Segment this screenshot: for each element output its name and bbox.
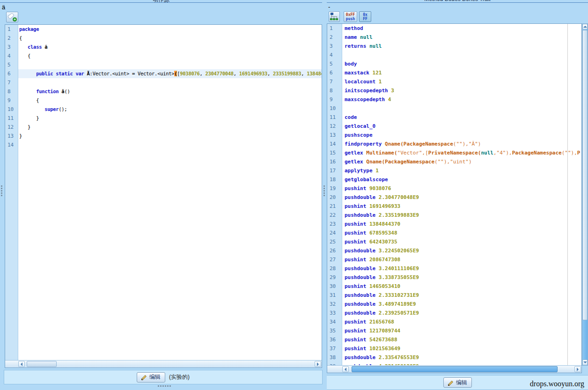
code-line[interactable]: 17applytype 1 — [327, 166, 581, 175]
code-line[interactable]: 39pushdouble 4.221459128E9 — [327, 362, 581, 365]
code-text: pushint 1691496933 — [342, 202, 581, 211]
code-line[interactable]: 3 class ã — [5, 43, 322, 52]
code-line[interactable]: 19pushint 9038076 — [327, 184, 581, 193]
right-vertical-scrollbar[interactable] — [582, 23, 588, 366]
line-number: 5 — [327, 59, 342, 68]
code-line[interactable]: 10 — [327, 104, 581, 113]
code-line[interactable]: 7localcount 1 — [327, 77, 581, 86]
right-hscroll-thumb[interactable] — [352, 366, 558, 372]
code-line[interactable]: 13} — [5, 132, 322, 140]
code-line[interactable]: 7 — [5, 78, 322, 87]
code-text: method — [342, 24, 581, 33]
hex-ff-button[interactable]: 0x FF — [359, 11, 371, 22]
left-panel-header: 动作源 — [0, 0, 322, 3]
code-line[interactable]: 13pushscope — [327, 131, 581, 140]
edit-pcode-button[interactable]: 编辑 — [443, 377, 472, 388]
code-line[interactable]: 24pushint 678595348 — [327, 228, 581, 237]
code-text: maxscopedepth 4 — [342, 95, 581, 104]
code-line[interactable]: 3returns null — [327, 42, 581, 51]
code-line[interactable]: 29pushdouble 3.338735055E9 — [327, 273, 581, 282]
code-line[interactable]: 38pushdouble 2.335476553E9 — [327, 353, 581, 362]
left-edge-splitter[interactable] — [1, 185, 2, 196]
vscroll-thumb[interactable] — [582, 30, 588, 320]
code-line[interactable]: 34pushint 21656768 — [327, 317, 581, 326]
line-number: 4 — [327, 51, 342, 59]
code-line[interactable]: 26pushdouble 3.224502065E9 — [327, 246, 581, 255]
line-number: 13 — [5, 132, 18, 140]
scroll-left-arrow[interactable] — [342, 366, 349, 372]
code-line[interactable]: 8initscopedepth 3 — [327, 86, 581, 95]
code-line[interactable]: 5body — [327, 59, 581, 68]
pcode-code-view[interactable]: 1method2name null3returns null45body6max… — [327, 24, 581, 365]
right-trait-name: - — [328, 3, 330, 10]
code-line[interactable]: 2name null — [327, 33, 581, 42]
panel-splitter[interactable] — [323, 185, 325, 196]
code-line[interactable]: 4 — [327, 51, 581, 59]
left-horizontal-scrollbar[interactable] — [5, 360, 322, 368]
line-number: 13 — [327, 131, 342, 140]
line-number: 38 — [327, 353, 342, 362]
code-line[interactable]: 1package — [5, 25, 322, 34]
code-line[interactable]: 28pushdouble 3.240111106E9 — [327, 264, 581, 273]
code-line[interactable]: 33pushdouble 2.239250571E9 — [327, 309, 581, 317]
code-line[interactable]: 20pushdouble 2.304770048E9 — [327, 193, 581, 202]
code-line[interactable]: 4 { — [5, 52, 322, 60]
line-number: 11 — [5, 114, 18, 123]
code-line[interactable]: 1method — [327, 24, 581, 33]
hex-push-button[interactable]: 0xFF push — [344, 11, 357, 22]
line-number: 3 — [5, 43, 18, 52]
code-line[interactable]: 22pushdouble 2.335199883E9 — [327, 211, 581, 220]
code-text: } — [18, 132, 322, 140]
code-line[interactable]: 25pushint 642430735 — [327, 237, 581, 246]
code-line[interactable]: 18getglobalscope — [327, 175, 581, 184]
actionscript-editor: 1package2{3 class ã4 {56 public static v… — [5, 24, 322, 368]
code-line[interactable]: 12getlocal_0 — [327, 122, 581, 131]
scroll-right-arrow[interactable] — [574, 366, 581, 372]
line-number: 12 — [5, 123, 18, 132]
code-line[interactable]: 14findproperty Qname(PackageNamespace(""… — [327, 140, 581, 148]
code-line[interactable]: 15getlex Multiname("Vector",[PrivateName… — [327, 148, 581, 157]
code-line[interactable]: 37pushint 1021563649 — [327, 344, 581, 353]
code-line[interactable]: 14 — [5, 140, 322, 149]
code-text: getglobalscope — [342, 175, 581, 184]
left-hscroll-thumb[interactable] — [27, 361, 57, 367]
code-line[interactable]: 32pushdouble 3.48974189E9 — [327, 300, 581, 309]
scroll-right-arrow[interactable] — [315, 361, 321, 367]
code-line[interactable]: 11code — [327, 113, 581, 122]
code-line[interactable]: 5 — [5, 60, 322, 69]
scroll-left-arrow[interactable] — [18, 361, 25, 367]
edit-script-button[interactable]: 编辑 — [137, 372, 165, 383]
scroll-up-arrow[interactable] — [582, 24, 588, 29]
right-horizontal-scrollbar[interactable] — [327, 365, 581, 373]
code-line[interactable]: 36pushint 542673688 — [327, 335, 581, 344]
line-number: 4 — [5, 52, 18, 60]
line-number: 31 — [327, 291, 342, 300]
code-line[interactable]: 35pushint 1217089744 — [327, 326, 581, 335]
bottom-splitter[interactable] — [158, 385, 171, 387]
scroll-down-arrow[interactable] — [582, 360, 588, 365]
code-line[interactable]: 10 super(); — [5, 105, 322, 114]
code-text: pushint 1021563649 — [342, 344, 581, 353]
code-line[interactable]: 16getlex Qname(PackageNamespace(""),"uin… — [327, 157, 581, 166]
code-line[interactable]: 11 } — [5, 114, 322, 123]
code-line[interactable]: 8 function ǎ() — [5, 87, 322, 96]
line-number: 10 — [5, 105, 18, 114]
code-line[interactable]: 9maxscopedepth 4 — [327, 95, 581, 104]
graph-button[interactable] — [329, 11, 340, 22]
code-line[interactable]: 21pushint 1691496933 — [327, 202, 581, 211]
code-line[interactable]: 9 { — [5, 96, 322, 105]
code-line[interactable]: 12 } — [5, 123, 322, 132]
left-panel-title: 动作源 — [0, 0, 322, 3]
code-text: pushint 1217089744 — [342, 326, 581, 335]
code-line[interactable]: 27pushint 2086747308 — [327, 255, 581, 264]
code-text: pushdouble 2.335199883E9 — [342, 211, 581, 220]
code-line[interactable]: 30pushint 1465053410 — [327, 282, 581, 291]
actionscript-code-view[interactable]: 1package2{3 class ã4 {56 public static v… — [5, 25, 322, 360]
add-trait-button[interactable]: + — [6, 12, 18, 22]
code-line[interactable]: 6maxstack 121 — [327, 68, 581, 77]
code-line[interactable]: 6 public static var Ã:Vector.<uint> = Ve… — [5, 69, 322, 78]
code-line[interactable]: 2{ — [5, 34, 322, 43]
edit-script-button-label: 编辑 — [149, 373, 161, 381]
code-line[interactable]: 23pushint 1384844370 — [327, 220, 581, 228]
code-line[interactable]: 31pushdouble 2.333102731E9 — [327, 291, 581, 300]
